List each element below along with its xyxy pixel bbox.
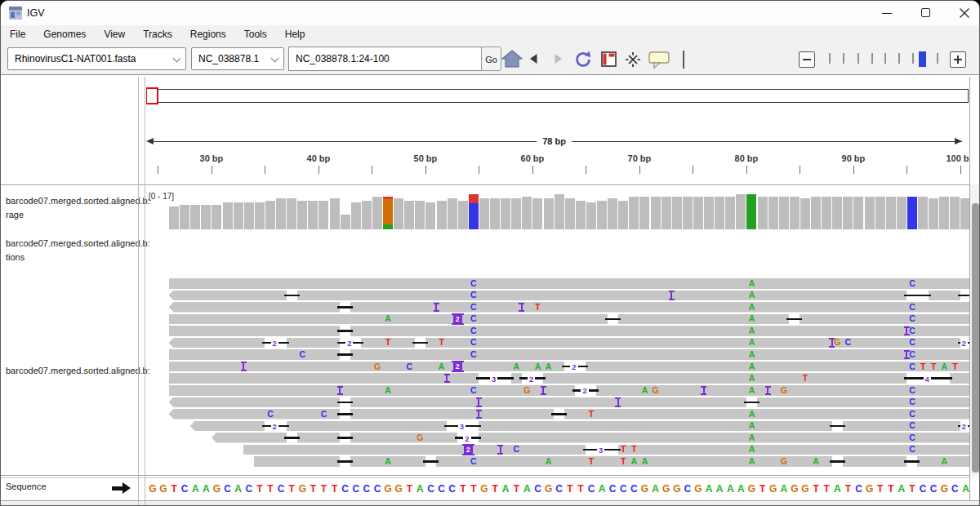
menu-item-file[interactable]: File (1, 25, 34, 43)
read-row[interactable] (169, 385, 970, 396)
coverage-bar (715, 197, 724, 230)
snp-base: T (436, 337, 448, 348)
scrollbar-thumb[interactable] (972, 203, 979, 473)
snp-base: C (468, 385, 479, 396)
sequence-base: A (500, 481, 511, 497)
coverage-bar (800, 198, 810, 229)
ruler-tick (693, 166, 693, 174)
snp-base: A (746, 302, 758, 313)
read-row[interactable] (169, 302, 970, 313)
snp-base: A (746, 456, 758, 467)
sequence-base: A (189, 481, 201, 497)
ruler-tick-label: 60 bp (508, 153, 557, 163)
coverage-bar (950, 197, 960, 230)
sequence-strand-arrow[interactable] (112, 486, 122, 490)
data-panel[interactable]: 78 bp30 bp40 bp50 bp60 bp70 bp80 bp90 bp… (146, 1, 969, 506)
snp-base: T (917, 362, 929, 372)
deletion-line (605, 318, 621, 321)
coverage-bar (341, 215, 350, 229)
deletion-size-label: 2 (528, 375, 535, 384)
coverage-bar (330, 198, 340, 229)
ruler-tick (746, 166, 747, 174)
sequence-base: T (842, 481, 853, 497)
coverage-track-label[interactable]: barcode07.merged.sorted.aligned.b: (6, 196, 150, 206)
ruler-span-line (572, 141, 962, 142)
deletion-line (830, 425, 845, 428)
sequence-base: G (746, 481, 758, 497)
app-icon (9, 7, 22, 20)
read-row[interactable] (254, 456, 969, 467)
coverage-track-label2: rage (6, 210, 24, 220)
coverage-bar (169, 206, 179, 229)
deletion-size-label: 3 (490, 375, 497, 384)
sequence-base: T (265, 481, 276, 497)
coverage-bar (479, 198, 489, 229)
deletion-line (904, 295, 930, 297)
read-row[interactable] (169, 409, 970, 419)
ruler-tick (800, 166, 800, 174)
snp-base: C (906, 326, 918, 336)
sequence-base: T (457, 481, 469, 497)
sequence-base: A (703, 481, 715, 497)
snp-base: C (906, 302, 918, 313)
read-row[interactable] (169, 373, 970, 384)
coverage-bar (532, 198, 542, 229)
snp-base: A (746, 433, 758, 443)
read-row[interactable] (190, 421, 969, 432)
coverage-bar (244, 202, 254, 229)
snp-base: C (906, 397, 918, 407)
snp-base: A (382, 456, 394, 467)
insertion-mark (767, 386, 768, 396)
deletion-line (830, 460, 845, 463)
junctions-track-label2: tions (6, 252, 24, 262)
coverage-bar (704, 197, 714, 230)
read-row[interactable] (169, 349, 970, 360)
deletion-line (284, 437, 300, 439)
insertion-mark (478, 397, 479, 407)
read-row[interactable] (169, 278, 970, 289)
ruler-tick (158, 166, 158, 174)
ruler-tick (586, 166, 586, 174)
coverage-bar (865, 197, 875, 230)
snp-base: C (906, 349, 918, 360)
sequence-base: G (158, 481, 169, 497)
ruler-tick (425, 166, 426, 174)
sequence-base: C (179, 481, 190, 497)
read-row[interactable] (169, 314, 970, 325)
coverage-bar (490, 198, 500, 229)
snp-base: C (468, 326, 479, 336)
coverage-bar (404, 201, 414, 229)
ruler-tick (318, 166, 319, 174)
sequence-base: C (532, 481, 544, 497)
ruler-tick (212, 166, 212, 174)
coverage-bar-allele (383, 197, 393, 200)
junctions-track-label[interactable]: barcode07.merged.sorted.aligned.b: (6, 238, 150, 248)
sequence-base: C (853, 481, 865, 497)
coverage-bar (190, 205, 200, 229)
ruler-tick-label: 70 bp (615, 153, 664, 163)
alignments-track-label[interactable]: barcode07.merged.sorted.aligned.b: (6, 366, 150, 375)
snp-base: C (265, 409, 276, 419)
deletion-line (337, 460, 353, 463)
sequence-base: G (147, 481, 158, 497)
ideogram-view-box[interactable] (146, 87, 158, 104)
read-row[interactable] (169, 397, 970, 408)
sequence-base: A (650, 481, 662, 497)
snp-base: T (586, 409, 597, 419)
chromosome-ideogram[interactable] (147, 89, 969, 103)
read-row[interactable] (169, 326, 970, 336)
deletion-line (423, 460, 439, 463)
read-row[interactable] (212, 433, 969, 443)
coverage-bar-allele (746, 194, 756, 229)
insertion-mark (446, 374, 448, 384)
snp-base: T (586, 456, 597, 467)
snp-base: A (938, 456, 950, 467)
deletion-line (904, 460, 920, 463)
sequence-base: T (468, 481, 479, 497)
snp-base: C (510, 444, 522, 455)
sequence-track-label[interactable]: Sequence (6, 482, 47, 491)
menu-item-view[interactable]: View (95, 25, 134, 43)
coverage-bar (725, 197, 735, 230)
snp-base: T (532, 302, 544, 313)
menu-item-genomes[interactable]: Genomes (34, 25, 95, 43)
